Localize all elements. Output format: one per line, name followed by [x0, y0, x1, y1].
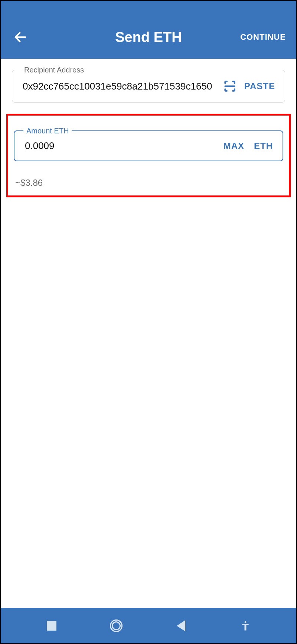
max-button[interactable]: MAX [221, 141, 247, 151]
recipient-address-input[interactable]: 0x92cc765cc10031e59c8a21b571539c1650 [23, 81, 218, 92]
amount-label: Amount ETH [23, 127, 72, 135]
accessibility-icon [240, 620, 251, 631]
recipient-address-field[interactable]: Recipient Address 0x92cc765cc10031e59c8a… [12, 70, 285, 103]
content-area: Recipient Address 0x92cc765cc10031e59c8a… [1, 59, 296, 608]
system-nav-bar [1, 608, 296, 643]
recipient-address-label: Recipient Address [21, 66, 87, 74]
accessibility-button[interactable] [238, 618, 253, 633]
paste-button[interactable]: PASTE [242, 81, 277, 91]
recents-button[interactable] [44, 618, 59, 633]
home-button[interactable] [109, 618, 124, 633]
amount-highlight-annotation: Amount ETH 0.0009 MAX ETH ~$3.86 [6, 114, 291, 197]
scan-qr-button[interactable] [223, 79, 237, 93]
circle-icon [110, 619, 123, 632]
back-nav-button[interactable] [173, 618, 188, 633]
back-button[interactable] [11, 28, 30, 46]
scan-icon [223, 79, 237, 93]
fiat-equivalent: ~$3.86 [14, 178, 283, 188]
triangle-left-icon [177, 620, 185, 631]
page-title: Send ETH [115, 29, 182, 45]
amount-field[interactable]: Amount ETH 0.0009 MAX ETH [14, 130, 283, 161]
amount-input[interactable]: 0.0009 [25, 140, 216, 152]
svg-point-2 [245, 621, 247, 623]
app-bar: Send ETH CONTINUE [1, 1, 296, 59]
continue-button[interactable]: CONTINUE [240, 32, 286, 42]
square-icon [47, 621, 56, 631]
token-selector[interactable]: ETH [252, 141, 275, 151]
arrow-left-icon [13, 30, 28, 45]
